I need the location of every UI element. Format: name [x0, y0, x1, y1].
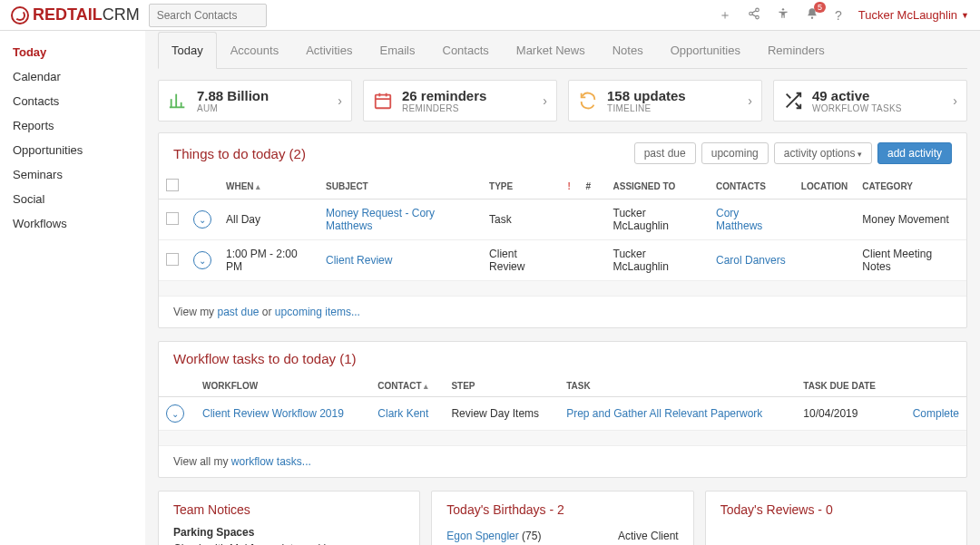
search-wrapper: [149, 4, 267, 27]
select-all-checkbox[interactable]: [166, 179, 179, 191]
sidebar-item-seminars[interactable]: Seminars: [0, 162, 145, 187]
upcoming-button[interactable]: upcoming: [701, 142, 769, 164]
cell-when: All Day: [219, 200, 318, 240]
col-assigned[interactable]: ASSIGNED TO: [606, 173, 710, 200]
accessibility-icon[interactable]: [777, 7, 789, 23]
tab-contacts[interactable]: Contacts: [429, 32, 503, 69]
share-icon[interactable]: [748, 7, 760, 23]
logo-text-2: CRM: [103, 5, 140, 24]
stat-sub: WORKFLOW TASKS: [812, 103, 944, 113]
stat-title: 158 updates: [607, 88, 739, 103]
activity-options-dropdown[interactable]: activity options: [774, 142, 872, 164]
past-due-button[interactable]: past due: [634, 142, 696, 164]
team-notices-card: Team Notices Parking Spaces Check with M…: [158, 491, 420, 545]
svg-point-5: [782, 8, 784, 10]
cell-type: Task: [482, 200, 560, 240]
cell-type: Client Review: [482, 240, 560, 281]
header-right: ＋ 5 ? Tucker McLaughlin ▼: [719, 7, 969, 24]
svg-line-3: [752, 11, 756, 13]
col-location[interactable]: LOCATION: [794, 173, 855, 200]
complete-link[interactable]: Complete: [913, 407, 959, 420]
user-name-label: Tucker McLaughlin: [858, 8, 957, 22]
sidebar-item-opportunities[interactable]: Opportunities: [0, 138, 145, 162]
svg-point-0: [756, 8, 760, 11]
task-link[interactable]: Prep and Gather All Relevant Paperwork: [566, 407, 762, 420]
tab-accounts[interactable]: Accounts: [217, 32, 292, 69]
past-due-link[interactable]: past due: [217, 306, 259, 318]
birthday-name-link[interactable]: Egon Spengler: [446, 530, 518, 542]
tab-today[interactable]: Today: [158, 32, 217, 69]
app-logo[interactable]: REDTAILCRM: [11, 5, 140, 24]
plus-icon[interactable]: ＋: [719, 7, 731, 24]
sidebar-item-workflows[interactable]: Workflows: [0, 211, 145, 236]
user-menu[interactable]: Tucker McLaughlin ▼: [858, 8, 969, 22]
stat-sub: AUM: [197, 103, 328, 113]
subject-link[interactable]: Money Request - Cory Matthews: [326, 207, 435, 232]
tab-emails[interactable]: Emails: [366, 32, 428, 69]
col-due[interactable]: TASK DUE DATE: [796, 375, 894, 397]
add-activity-button[interactable]: add activity: [877, 142, 952, 164]
contact-link[interactable]: Carol Danvers: [716, 254, 786, 267]
chevron-right-icon: ›: [748, 93, 752, 108]
logo-text-1: REDTAIL: [33, 5, 103, 24]
col-num[interactable]: #: [579, 173, 606, 200]
svg-point-2: [756, 15, 760, 19]
col-contacts[interactable]: CONTACTS: [709, 173, 794, 200]
stat-title: 7.88 Billion: [197, 88, 328, 103]
col-workflow[interactable]: WORKFLOW: [195, 375, 370, 397]
row-checkbox[interactable]: [166, 253, 179, 266]
svg-line-4: [752, 15, 756, 16]
contact-link[interactable]: Clark Kent: [377, 407, 428, 420]
chevron-right-icon: ›: [953, 93, 957, 108]
sidebar-item-today[interactable]: Today: [0, 40, 145, 64]
bell-icon[interactable]: 5: [806, 7, 818, 23]
stat-workflow-tasks[interactable]: 49 activeWORKFLOW TASKS ›: [773, 80, 967, 122]
upcoming-items-link[interactable]: upcoming items...: [275, 306, 360, 318]
sidebar-item-contacts[interactable]: Contacts: [0, 89, 145, 113]
sidebar-item-social[interactable]: Social: [0, 187, 145, 211]
cell-assigned: Tucker McLaughlin: [606, 200, 710, 240]
stat-title: 26 reminders: [402, 88, 534, 103]
tab-strip: Today Accounts Activities Emails Contact…: [158, 31, 967, 69]
svg-point-1: [750, 12, 753, 15]
sidebar-item-reports[interactable]: Reports: [0, 113, 145, 138]
cell-category: Client Meeting Notes: [855, 240, 966, 281]
col-task[interactable]: TASK: [559, 375, 796, 397]
col-subject[interactable]: SUBJECT: [318, 173, 482, 200]
tab-market-news[interactable]: Market News: [503, 32, 599, 69]
subject-link[interactable]: Client Review: [326, 254, 392, 267]
cell-step: Review Day Items: [444, 397, 559, 431]
refresh-icon: [578, 91, 598, 111]
tab-reminders[interactable]: Reminders: [754, 32, 838, 69]
shuffle-icon: [783, 91, 803, 111]
help-icon[interactable]: ?: [835, 8, 842, 23]
col-category[interactable]: CATEGORY: [855, 173, 966, 200]
panel-things-today: Things to do today (2) past due upcoming…: [158, 132, 967, 328]
tab-notes[interactable]: Notes: [599, 32, 657, 69]
sidebar-item-calendar[interactable]: Calendar: [0, 64, 145, 89]
col-type[interactable]: TYPE: [482, 173, 560, 200]
stat-reminders[interactable]: 26 remindersREMINDERS ›: [363, 80, 557, 122]
search-input[interactable]: [149, 4, 267, 27]
row-checkbox[interactable]: [166, 212, 179, 225]
contact-link[interactable]: Cory Matthews: [716, 207, 762, 232]
cell-when: 1:00 PM - 2:00 PM: [219, 240, 318, 281]
stat-aum[interactable]: 7.88 BillionAUM ›: [158, 80, 352, 122]
cell-category: Money Movement: [855, 200, 966, 240]
workflow-tasks-link[interactable]: workflow tasks...: [231, 455, 311, 468]
card-title: Team Notices: [173, 502, 405, 517]
expand-row-icon[interactable]: ⌄: [193, 251, 211, 269]
workflow-link[interactable]: Client Review Workflow 2019: [202, 407, 344, 420]
tab-opportunities[interactable]: Opportunities: [657, 32, 754, 69]
stat-timeline[interactable]: 158 updatesTIMELINE ›: [568, 80, 762, 122]
table-row: ⌄ Client Review Workflow 2019 Clark Kent…: [159, 397, 966, 431]
expand-row-icon[interactable]: ⌄: [166, 404, 184, 423]
col-contact[interactable]: CONTACT: [370, 375, 444, 397]
tab-activities[interactable]: Activities: [292, 32, 366, 69]
expand-row-icon[interactable]: ⌄: [193, 210, 211, 229]
birthday-row: Egon Spengler (75) Active Client: [446, 526, 678, 545]
bottom-row: Team Notices Parking Spaces Check with M…: [158, 491, 967, 545]
col-when[interactable]: WHEN: [219, 173, 318, 200]
col-step[interactable]: STEP: [444, 375, 559, 397]
panel-title: Things to do today (2): [173, 146, 306, 161]
